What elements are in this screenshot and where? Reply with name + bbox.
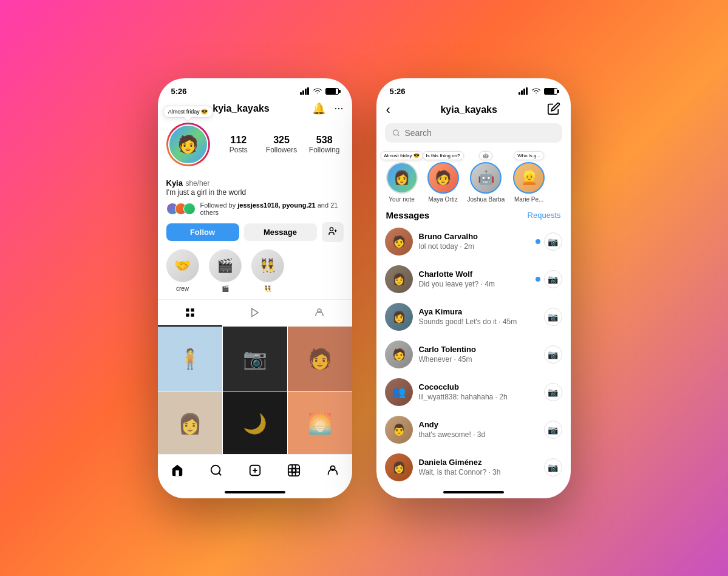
- svg-point-13: [211, 465, 220, 474]
- highlight-circle-3: 👯: [251, 249, 284, 282]
- story-joshua-barba[interactable]: 🤖 🤖 Joshua Barba: [468, 149, 505, 203]
- unread-dot-charlotte: [536, 277, 540, 282]
- status-time-messages: 5:26: [390, 87, 406, 96]
- add-friend-button[interactable]: [322, 222, 344, 242]
- message-avatar-coco: 👥: [385, 378, 413, 406]
- nav-profile[interactable]: [323, 461, 342, 480]
- nav-add[interactable]: [245, 461, 265, 480]
- svg-rect-1: [302, 90, 304, 95]
- marie-note-bubble: Who is g...: [514, 151, 544, 160]
- marie-label: Marie Pe...: [514, 196, 543, 203]
- posts-count: 112: [220, 135, 258, 146]
- svg-rect-25: [519, 92, 520, 95]
- avatar: 🧑: [168, 124, 208, 164]
- highlight-3[interactable]: 👯 👯: [251, 249, 284, 292]
- tab-reels[interactable]: [222, 300, 287, 327]
- nav-home[interactable]: [168, 461, 187, 480]
- tab-grid[interactable]: [158, 300, 223, 327]
- message-info-andy: Andy that's awesome! · 3d: [419, 420, 538, 439]
- message-avatar-aya: 👩: [385, 303, 413, 331]
- highlight-label-2: 🎬: [222, 285, 229, 292]
- highlight-crew[interactable]: 🤝 crew: [166, 249, 199, 292]
- message-preview-daniela: Wait, is that Connor? · 3h: [419, 468, 538, 476]
- photo-cell-4[interactable]: 👩: [158, 391, 222, 454]
- dm-back-button[interactable]: ‹: [386, 102, 390, 118]
- message-info-carlo: Carlo Tolentino Whenever · 45m: [419, 345, 538, 364]
- photo-cell-2[interactable]: 📷: [223, 327, 287, 391]
- message-item-bruno[interactable]: 🧑 Bruno Carvalho lol not today · 2m 📷: [376, 223, 571, 260]
- photo-cell-5[interactable]: 🌙: [223, 391, 287, 454]
- stat-followers[interactable]: 325 Followers: [262, 135, 301, 154]
- message-info-aya: Aya Kimura Sounds good! Let's do it · 45…: [419, 307, 538, 326]
- maya-note-bubble: Is this thing on?: [422, 151, 463, 160]
- message-item-andy[interactable]: 👨 Andy that's awesome! · 3d 📷: [376, 411, 571, 449]
- wifi-icon-2: [531, 87, 541, 95]
- camera-button-andy[interactable]: 📷: [544, 421, 562, 439]
- home-indicator: [158, 491, 352, 498]
- story-marie[interactable]: Who is g... 👱 Marie Pe...: [512, 149, 546, 203]
- message-info-bruno: Bruno Carvalho lol not today · 2m: [419, 232, 529, 251]
- home-indicator-2: [376, 491, 571, 498]
- photo-cell-3[interactable]: 🧑: [288, 327, 352, 391]
- photo-cell-6[interactable]: 🌅: [288, 391, 352, 454]
- home-bar-2: [443, 491, 504, 493]
- profile-header: ‹ kyia_kayaks 🔔 ··· Almost friday 😎 🧑 11…: [158, 100, 352, 177]
- dm-stories-row: Almost friday 😎 👩 Your note Is this thin…: [376, 149, 571, 203]
- notification-button[interactable]: 🔔: [312, 102, 325, 115]
- followed-avatar-3: [183, 203, 196, 215]
- unread-dot-bruno: [536, 239, 540, 244]
- messages-section-title: Messages: [386, 210, 430, 220]
- message-name-daniela: Daniela Giménez: [419, 458, 538, 467]
- message-item-coco[interactable]: 👥 Cococclub lil_wyatt838: hahahaha · 2h …: [376, 373, 571, 411]
- story-your-note[interactable]: Almost friday 😎 👩 Your note: [385, 149, 419, 203]
- nav-reels[interactable]: [284, 461, 304, 480]
- message-name-charlotte: Charlotte Wolf: [419, 269, 529, 279]
- camera-button-carlo[interactable]: 📷: [544, 345, 562, 364]
- your-note-avatar: 👩: [386, 162, 418, 194]
- message-actions-andy: 📷: [544, 421, 562, 439]
- message-info-coco: Cococclub lil_wyatt838: hahahaha · 2h: [419, 382, 538, 401]
- stat-following[interactable]: 538 Following: [305, 135, 344, 154]
- followers-label: Followers: [262, 146, 301, 154]
- home-bar: [225, 491, 285, 493]
- tab-tagged[interactable]: [287, 300, 352, 327]
- svg-marker-11: [251, 308, 258, 317]
- search-input[interactable]: [404, 128, 554, 138]
- camera-button-coco[interactable]: 📷: [544, 383, 562, 401]
- message-item-carlo[interactable]: 🧑 Carlo Tolentino Whenever · 45m 📷: [376, 336, 571, 373]
- photo-cell-1[interactable]: 🧍: [158, 327, 222, 391]
- camera-button-daniela[interactable]: 📷: [544, 458, 562, 476]
- dm-search-bar[interactable]: [385, 123, 562, 143]
- more-button[interactable]: ···: [334, 102, 343, 115]
- svg-rect-10: [191, 313, 194, 316]
- message-button[interactable]: Message: [244, 223, 317, 241]
- maya-avatar: 🧑: [427, 162, 459, 194]
- stat-posts[interactable]: 112 Posts: [220, 135, 258, 154]
- search-nav-icon: [209, 464, 223, 477]
- reels-icon: [250, 307, 260, 318]
- svg-rect-27: [523, 89, 525, 95]
- requests-link[interactable]: Requests: [528, 211, 561, 220]
- svg-rect-0: [300, 92, 302, 95]
- camera-button-charlotte[interactable]: 📷: [544, 270, 562, 288]
- message-item-charlotte[interactable]: 👩 Charlotte Wolf Did you leave yet? · 4m…: [376, 260, 571, 298]
- message-item-aya[interactable]: 👩 Aya Kimura Sounds good! Let's do it · …: [376, 298, 571, 336]
- your-note-bubble: Almost friday 😎: [380, 151, 423, 160]
- phone-profile: 5:26 ‹ kyia_kayaks: [158, 78, 352, 498]
- message-avatar-charlotte: 👩: [385, 265, 413, 293]
- highlight-2[interactable]: 🎬 🎬: [209, 249, 242, 292]
- followed-avatars: [166, 203, 196, 215]
- follow-button[interactable]: Follow: [166, 223, 239, 241]
- joshua-label: Joshua Barba: [468, 196, 505, 203]
- signal-icon: [300, 87, 310, 95]
- tagged-icon: [314, 307, 325, 318]
- dm-edit-button[interactable]: [547, 102, 560, 118]
- camera-button-aya[interactable]: 📷: [544, 308, 562, 326]
- profile-tabs: [158, 299, 352, 327]
- story-maya-ortiz[interactable]: Is this thing on? 🧑 Maya Ortiz: [426, 149, 460, 203]
- wifi-icon: [313, 87, 322, 95]
- message-item-daniela[interactable]: 👩 Daniela Giménez Wait, is that Connor? …: [376, 449, 571, 486]
- highlights-row: 🤝 crew 🎬 🎬 👯 👯: [158, 249, 352, 292]
- nav-search[interactable]: [206, 461, 226, 480]
- camera-button-bruno[interactable]: 📷: [544, 232, 562, 251]
